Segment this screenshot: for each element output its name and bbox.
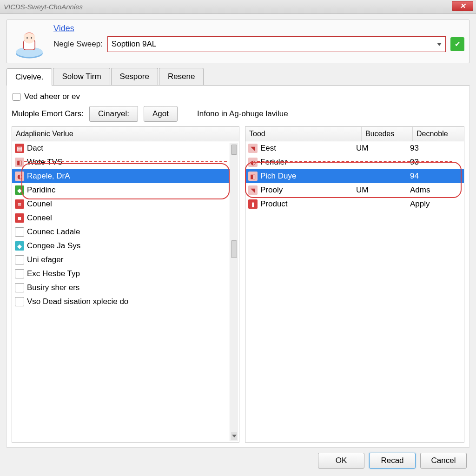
list-item[interactable]: ■Coneel bbox=[12, 211, 230, 225]
cancel-button[interactable]: Cancel bbox=[420, 453, 467, 469]
table-row[interactable]: ◥EestUM93 bbox=[245, 141, 464, 155]
dialog-content: Vides Negle Sweep: Soptiion 9AL ✔ Civeiv… bbox=[0, 14, 476, 476]
col-tood[interactable]: Tood bbox=[245, 127, 362, 141]
left-scrollbar[interactable] bbox=[230, 143, 238, 441]
item-label: Coneel bbox=[27, 213, 52, 223]
list-item[interactable]: ▤Dact bbox=[12, 141, 230, 155]
top-fields: Vides Negle Sweep: Soptiion 9AL ✔ bbox=[53, 24, 464, 52]
titlebar: VICDS-Sweyt-ChoAnnies ✕ bbox=[0, 0, 476, 14]
sweep-label: Negle Sweep: bbox=[53, 40, 103, 49]
tood-value: Prooly bbox=[260, 185, 283, 195]
decnoble-value: 94 bbox=[410, 172, 461, 181]
item-label: Counel bbox=[27, 199, 52, 209]
tab-body: Ved aheer or ev Mulople Emort Cars: Cina… bbox=[7, 86, 469, 448]
item-label: Counec Ladale bbox=[27, 227, 80, 237]
item-icon: ◆ bbox=[15, 185, 24, 195]
svg-point-5 bbox=[31, 37, 32, 39]
item-label: Congee Ja Sys bbox=[27, 241, 80, 251]
sweep-combo-value: Soptiion 9AL bbox=[112, 40, 156, 49]
item-label: Uni efager bbox=[27, 255, 63, 264]
left-header-col[interactable]: Adaplienic Verlue bbox=[12, 127, 239, 141]
table-row[interactable]: ▮ProductApply bbox=[245, 197, 464, 211]
confirm-icon-button[interactable]: ✔ bbox=[450, 37, 464, 51]
vides-link[interactable]: Vides bbox=[53, 24, 74, 33]
right-pane-header: Tood Bucedes Decnoble bbox=[245, 127, 464, 141]
panes: Adaplienic Verlue ▤Dact◧Wate TVS◐Rapele,… bbox=[12, 126, 464, 443]
item-icon bbox=[15, 227, 24, 237]
svg-point-3 bbox=[24, 32, 35, 43]
tood-value: Pich Duye bbox=[260, 172, 296, 181]
item-icon: ◥ bbox=[248, 144, 258, 153]
item-icon bbox=[15, 297, 24, 306]
list-item[interactable]: ◆Congee Ja Sys bbox=[12, 239, 230, 253]
list-item[interactable]: Exc Hesbe Typ bbox=[12, 267, 230, 281]
info-text: Infono in Ag-ohuge lavilue bbox=[197, 109, 288, 119]
col-decnoble[interactable]: Decnoble bbox=[413, 127, 464, 141]
table-row[interactable]: ◥ProolyUMAdms bbox=[245, 183, 464, 197]
right-list[interactable]: ◥EestUM93◐Feriuler93◧Pich Duye94◥ProolyU… bbox=[245, 141, 464, 442]
scrollbar-handle[interactable] bbox=[231, 240, 237, 258]
svg-point-4 bbox=[26, 37, 28, 39]
tabs: Civeive.Solow TirmSesporeResene bbox=[7, 68, 469, 86]
scrollbar-thumb-top[interactable] bbox=[231, 145, 237, 155]
item-icon: ■ bbox=[15, 213, 24, 223]
recad-button[interactable]: Recad bbox=[369, 453, 416, 469]
avatar bbox=[12, 24, 47, 59]
ved-aheer-label: Ved aheer or ev bbox=[24, 92, 80, 101]
decnoble-value: Adms bbox=[410, 185, 461, 195]
ved-aheer-checkbox[interactable] bbox=[13, 93, 20, 101]
list-item[interactable]: ◐Rapele, DrA bbox=[12, 169, 230, 183]
item-icon: ≡ bbox=[15, 199, 24, 209]
item-label: Paridinc bbox=[27, 185, 55, 195]
left-pane-header: Adaplienic Verlue bbox=[12, 127, 239, 141]
tood-value: Feriuler bbox=[260, 158, 287, 167]
tood-value: Eest bbox=[260, 144, 276, 153]
item-icon: ◥ bbox=[248, 185, 258, 195]
bucedes-value: UM bbox=[356, 185, 407, 195]
list-item[interactable]: ◆Paridinc bbox=[12, 183, 230, 197]
avatar-icon bbox=[12, 24, 47, 59]
list-item[interactable]: Busiry sher ers bbox=[12, 281, 230, 295]
item-label: Vso Dead sisation xplecie do bbox=[27, 297, 128, 306]
sweep-combo[interactable]: Soptiion 9AL bbox=[107, 36, 446, 52]
decnoble-value: Apply bbox=[410, 199, 461, 209]
window-title: VICDS-Sweyt-ChoAnnies bbox=[4, 3, 83, 11]
decnoble-value: 93 bbox=[410, 158, 461, 167]
dialog-window: VICDS-Sweyt-ChoAnnies ✕ Vides bbox=[0, 0, 476, 476]
tab-solowtirm[interactable]: Solow Tirm bbox=[53, 68, 110, 85]
right-pane: Tood Bucedes Decnoble ◥EestUM93◐Feriuler… bbox=[245, 126, 464, 443]
tab-civeive[interactable]: Civeive. bbox=[7, 68, 52, 86]
col-bucedes[interactable]: Bucedes bbox=[362, 127, 413, 141]
check-icon: ✔ bbox=[455, 40, 461, 48]
item-label: Wate TVS bbox=[27, 158, 63, 167]
agot-button[interactable]: Agot bbox=[144, 106, 178, 122]
table-row[interactable]: ◧Pich Duye94 bbox=[245, 169, 464, 183]
tood-value: Product bbox=[260, 199, 288, 209]
item-icon: ◐ bbox=[248, 158, 258, 167]
item-icon bbox=[15, 269, 24, 278]
list-item[interactable]: Uni efager bbox=[12, 253, 230, 267]
item-icon: ◧ bbox=[248, 172, 258, 181]
ok-button[interactable]: OK bbox=[318, 453, 364, 469]
table-row[interactable]: ◐Feriuler93 bbox=[245, 155, 464, 169]
list-item[interactable]: Counec Ladale bbox=[12, 225, 230, 239]
bottom-buttons: OK Recad Cancel bbox=[7, 448, 469, 470]
item-icon: ◐ bbox=[15, 172, 24, 181]
right-wrap: Tood Bucedes Decnoble ◥EestUM93◐Feriuler… bbox=[245, 126, 464, 443]
left-pane: Adaplienic Verlue ▤Dact◧Wate TVS◐Rapele,… bbox=[12, 126, 239, 443]
item-label: Busiry sher ers bbox=[27, 283, 79, 292]
scrollbar-down-arrow[interactable] bbox=[231, 432, 237, 440]
list-item[interactable]: ◧Wate TVS bbox=[12, 155, 230, 169]
list-item[interactable]: Vso Dead sisation xplecie do bbox=[12, 295, 230, 309]
cinaryel-button[interactable]: Cinaryel: bbox=[89, 106, 138, 122]
close-button[interactable]: ✕ bbox=[452, 1, 473, 11]
list-item[interactable]: ≡Counel bbox=[12, 197, 230, 211]
left-list[interactable]: ▤Dact◧Wate TVS◐Rapele, DrA◆Paridinc≡Coun… bbox=[12, 141, 239, 442]
item-label: Rapele, DrA bbox=[27, 172, 70, 181]
tab-sespore[interactable]: Sespore bbox=[111, 68, 158, 85]
tab-resene[interactable]: Resene bbox=[159, 68, 204, 85]
emort-cars-label: Mulople Emort Cars: bbox=[12, 109, 84, 119]
item-icon: ▮ bbox=[248, 199, 258, 209]
item-label: Exc Hesbe Typ bbox=[27, 269, 80, 278]
top-panel: Vides Negle Sweep: Soptiion 9AL ✔ bbox=[7, 20, 469, 63]
